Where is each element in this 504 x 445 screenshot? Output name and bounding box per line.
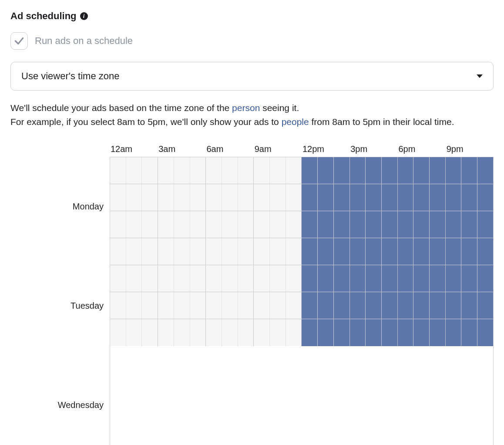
schedule-cell[interactable] bbox=[174, 292, 190, 319]
schedule-cell[interactable] bbox=[430, 319, 446, 346]
schedule-cell[interactable] bbox=[270, 292, 286, 319]
schedule-cell[interactable] bbox=[174, 265, 190, 292]
schedule-cell[interactable] bbox=[222, 319, 238, 346]
schedule-cell[interactable] bbox=[270, 211, 286, 238]
schedule-cell[interactable] bbox=[461, 211, 477, 238]
schedule-cell[interactable] bbox=[110, 184, 126, 211]
schedule-cell[interactable] bbox=[238, 211, 254, 238]
schedule-cell[interactable] bbox=[142, 238, 158, 265]
schedule-cell[interactable] bbox=[318, 265, 334, 292]
schedule-cell[interactable] bbox=[398, 184, 414, 211]
schedule-cell[interactable] bbox=[286, 319, 302, 346]
schedule-cell[interactable] bbox=[318, 157, 334, 184]
schedule-cell[interactable] bbox=[270, 265, 286, 292]
schedule-cell[interactable] bbox=[158, 184, 174, 211]
schedule-cell[interactable] bbox=[238, 265, 254, 292]
schedule-cell[interactable] bbox=[430, 265, 446, 292]
schedule-cell[interactable] bbox=[461, 238, 477, 265]
schedule-cell[interactable] bbox=[142, 157, 158, 184]
schedule-cell[interactable] bbox=[350, 157, 366, 184]
schedule-cell[interactable] bbox=[110, 319, 126, 346]
schedule-cell[interactable] bbox=[413, 265, 430, 292]
schedule-cell[interactable] bbox=[366, 265, 382, 292]
schedule-cell[interactable] bbox=[477, 211, 493, 238]
schedule-checkbox[interactable] bbox=[10, 32, 28, 50]
schedule-cell[interactable] bbox=[126, 211, 142, 238]
schedule-cell[interactable] bbox=[350, 238, 366, 265]
schedule-cell[interactable] bbox=[126, 157, 142, 184]
schedule-cell[interactable] bbox=[206, 238, 222, 265]
schedule-cell[interactable] bbox=[286, 265, 302, 292]
schedule-cell[interactable] bbox=[382, 211, 398, 238]
schedule-cell[interactable] bbox=[222, 265, 238, 292]
schedule-cell[interactable] bbox=[142, 211, 158, 238]
schedule-cell[interactable] bbox=[461, 157, 477, 184]
schedule-cell[interactable] bbox=[190, 157, 206, 184]
schedule-cell[interactable] bbox=[110, 157, 126, 184]
schedule-cell[interactable] bbox=[477, 265, 493, 292]
schedule-cell[interactable] bbox=[413, 211, 430, 238]
schedule-cell[interactable] bbox=[190, 184, 206, 211]
schedule-cell[interactable] bbox=[382, 157, 398, 184]
schedule-cell[interactable] bbox=[446, 211, 462, 238]
schedule-cell[interactable] bbox=[254, 319, 270, 346]
schedule-cell[interactable] bbox=[382, 184, 398, 211]
schedule-cell[interactable] bbox=[110, 211, 126, 238]
schedule-cell[interactable] bbox=[446, 319, 462, 346]
schedule-cell[interactable] bbox=[302, 211, 318, 238]
schedule-cell[interactable] bbox=[366, 211, 382, 238]
schedule-cell[interactable] bbox=[254, 238, 270, 265]
schedule-cell[interactable] bbox=[430, 157, 446, 184]
schedule-cell[interactable] bbox=[270, 319, 286, 346]
schedule-cell[interactable] bbox=[477, 319, 493, 346]
schedule-cell[interactable] bbox=[366, 319, 382, 346]
schedule-cell[interactable] bbox=[430, 292, 446, 319]
schedule-cell[interactable] bbox=[254, 211, 270, 238]
schedule-cell[interactable] bbox=[110, 238, 126, 265]
schedule-cell[interactable] bbox=[158, 265, 174, 292]
schedule-cell[interactable] bbox=[270, 238, 286, 265]
schedule-cell[interactable] bbox=[222, 238, 238, 265]
schedule-cell[interactable] bbox=[142, 265, 158, 292]
schedule-cell[interactable] bbox=[477, 157, 493, 184]
schedule-cell[interactable] bbox=[126, 292, 142, 319]
schedule-cell[interactable] bbox=[413, 184, 430, 211]
schedule-cell[interactable] bbox=[413, 292, 430, 319]
schedule-cell[interactable] bbox=[174, 238, 190, 265]
schedule-cell[interactable] bbox=[398, 238, 414, 265]
schedule-cell[interactable] bbox=[174, 319, 190, 346]
schedule-cell[interactable] bbox=[366, 184, 382, 211]
schedule-cell[interactable] bbox=[350, 211, 366, 238]
schedule-cell[interactable] bbox=[382, 265, 398, 292]
schedule-cell[interactable] bbox=[238, 157, 254, 184]
schedule-cell[interactable] bbox=[461, 319, 477, 346]
schedule-cell[interactable] bbox=[477, 238, 493, 265]
schedule-cell[interactable] bbox=[350, 265, 366, 292]
schedule-cell[interactable] bbox=[126, 184, 142, 211]
schedule-cell[interactable] bbox=[142, 319, 158, 346]
people-link[interactable]: people bbox=[282, 117, 309, 127]
schedule-cell[interactable] bbox=[286, 238, 302, 265]
schedule-cell[interactable] bbox=[254, 265, 270, 292]
schedule-cell[interactable] bbox=[446, 265, 462, 292]
schedule-cell[interactable] bbox=[446, 184, 462, 211]
schedule-cell[interactable] bbox=[126, 238, 142, 265]
schedule-cell[interactable] bbox=[446, 238, 462, 265]
schedule-cell[interactable] bbox=[142, 292, 158, 319]
schedule-cell[interactable] bbox=[222, 211, 238, 238]
schedule-cell[interactable] bbox=[126, 319, 142, 346]
schedule-cell[interactable] bbox=[110, 292, 126, 319]
schedule-cell[interactable] bbox=[254, 157, 270, 184]
schedule-cell[interactable] bbox=[254, 292, 270, 319]
schedule-cell[interactable] bbox=[413, 238, 430, 265]
schedule-cell[interactable] bbox=[190, 238, 206, 265]
schedule-cell[interactable] bbox=[334, 238, 350, 265]
schedule-cell[interactable] bbox=[318, 292, 334, 319]
schedule-cell[interactable] bbox=[222, 292, 238, 319]
schedule-cell[interactable] bbox=[334, 319, 350, 346]
schedule-cell[interactable] bbox=[302, 319, 318, 346]
schedule-cell[interactable] bbox=[302, 157, 318, 184]
schedule-cell[interactable] bbox=[238, 238, 254, 265]
schedule-cell[interactable] bbox=[206, 265, 222, 292]
schedule-cell[interactable] bbox=[286, 211, 302, 238]
